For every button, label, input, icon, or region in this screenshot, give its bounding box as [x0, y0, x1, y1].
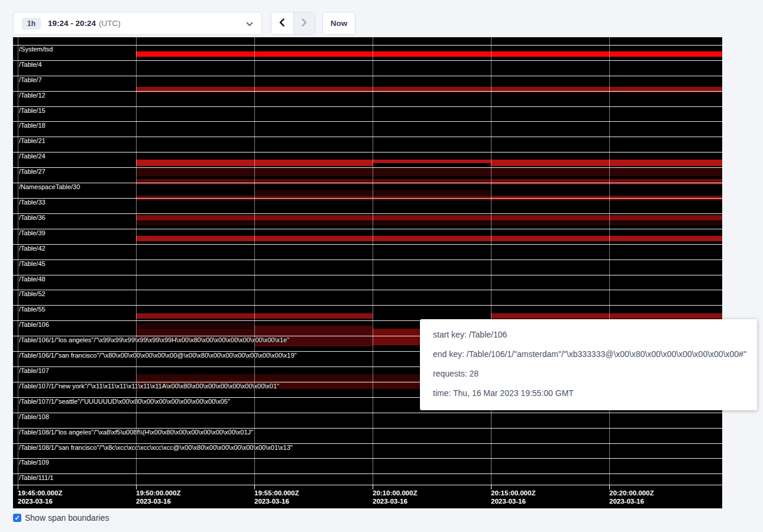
tooltip-time: time: Thu, 16 Mar 2023 19:55:00 GMT [433, 387, 757, 399]
heat-band [136, 51, 722, 57]
time-gridline [609, 37, 610, 485]
heat-band [136, 221, 722, 225]
axis-date: 2023-03-16 [373, 497, 417, 505]
span-boundary-line [13, 290, 722, 290]
time-range-text: 19:24 - 20:24 [48, 19, 96, 28]
span-boundary-line [13, 60, 722, 61]
time-gridline [491, 37, 492, 485]
heat-band [491, 160, 722, 166]
time-gridline [254, 37, 255, 485]
span-label: /Table/45 [19, 260, 46, 267]
span-label: /Table/107 [19, 367, 49, 374]
show-span-boundaries-checkbox[interactable]: ✓ [13, 514, 21, 522]
span-boundary-line [13, 473, 722, 474]
axis-time: 20:15:00.000Z [491, 489, 535, 497]
span-boundary-line [13, 213, 722, 214]
span-boundary-line [13, 106, 722, 107]
span-boundary-line [13, 183, 722, 183]
footer-options: ✓ Show span boundaries [13, 512, 109, 524]
tooltip-start-key: start key: /Table/106 [433, 329, 757, 340]
span-label: /Table/106 [19, 321, 49, 328]
axis-time: 20:10:00.000Z [373, 489, 417, 497]
time-range-badge: 1h [22, 18, 41, 30]
span-label: /Table/107/1/"seattle"/"UUUUUUD\x00\x80\… [19, 398, 230, 405]
axis-tick-label: 19:50:00.000Z2023-03-16 [136, 489, 180, 505]
span-label: /Table/18 [19, 122, 46, 129]
span-label: /Table/107/1/"new york"/"\x11\x11\x11\x1… [19, 382, 279, 390]
span-label: /Table/24 [19, 153, 46, 160]
span-boundary-line [13, 413, 722, 413]
chevron-right-icon [300, 18, 308, 29]
axis-date: 2023-03-16 [491, 497, 535, 505]
span-label: /Table/12 [19, 92, 46, 99]
heat-band [136, 167, 722, 176]
chevron-down-icon [246, 18, 253, 29]
span-boundary-line [13, 152, 722, 153]
heat-band [373, 329, 420, 345]
span-boundary-line [13, 76, 722, 76]
span-label: /Table/42 [19, 245, 46, 252]
show-span-boundaries-label: Show span boundaries [25, 513, 109, 523]
heat-band [491, 313, 722, 319]
span-label: /Table/15 [19, 107, 46, 114]
span-boundary-line [13, 485, 722, 485]
next-time-button[interactable] [293, 12, 315, 34]
span-boundary-line [13, 37, 722, 37]
time-gridline [136, 37, 137, 485]
span-boundary-line [13, 305, 722, 306]
axis-time: 19:55:00.000Z [254, 489, 299, 497]
axis-date: 2023-03-16 [136, 497, 180, 505]
span-boundary-line [13, 458, 722, 459]
span-label: /Table/27 [19, 168, 46, 175]
chevron-left-icon [278, 18, 286, 29]
span-label: /Table/33 [19, 199, 46, 206]
span-label: /Table/106/1/"san francisco"/"\x80\x00\x… [19, 352, 297, 359]
span-label: /Table/7 [19, 76, 42, 83]
time-range-zone: (UTC) [99, 19, 121, 28]
time-gridline [373, 37, 373, 485]
heat-band [373, 160, 491, 163]
axis-date: 2023-03-16 [254, 497, 299, 505]
span-boundary-line [13, 167, 722, 168]
time-nav-group [271, 12, 315, 35]
axis-time: 19:50:00.000Z [136, 489, 180, 497]
axis-tick-label: 19:55:00.000Z2023-03-16 [254, 489, 299, 505]
span-label: /Table/36 [19, 214, 46, 221]
span-boundary-line [13, 244, 722, 245]
span-label: /Table/108/1/"san francisco"/"\x8c\xcc\x… [19, 444, 293, 451]
span-boundary-line [13, 45, 722, 46]
axis-tick-label: 20:10:00.000Z2023-03-16 [373, 489, 417, 505]
heat-band [136, 236, 722, 241]
span-boundary-line [13, 198, 722, 199]
axis-tick-label: 20:15:00.000Z2023-03-16 [491, 489, 535, 505]
span-label: /Table/109 [19, 459, 49, 466]
span-label: /Table/108/1/"los angeles"/"\xa8\xf5\u00… [19, 429, 253, 436]
now-button[interactable]: Now [322, 12, 355, 35]
axis-date: 2023-03-16 [609, 497, 654, 505]
span-label: /Table/108 [19, 413, 49, 420]
span-label: /Table/21 [19, 137, 46, 144]
time-gridline [18, 37, 18, 485]
hover-tooltip: start key: /Table/106 end key: /Table/10… [420, 319, 757, 410]
axis-tick-label: 19:45:00.000Z2023-03-16 [18, 489, 62, 505]
axis-time: 20:20:00.000Z [609, 489, 654, 497]
span-boundary-line [13, 275, 722, 275]
axis-time: 19:45:00.000Z [18, 489, 62, 497]
span-label: /Table/39 [19, 229, 46, 236]
axis-date: 2023-03-16 [18, 497, 62, 505]
span-boundary-line [13, 229, 722, 229]
prev-time-button[interactable] [271, 12, 293, 34]
span-label: /NamespaceTable/30 [19, 183, 80, 190]
span-boundary-line [13, 259, 722, 260]
heat-band [491, 179, 722, 184]
key-visualizer-canvas[interactable]: /System/tsd/Table/4/Table/7/Table/12/Tab… [13, 37, 722, 508]
span-label: /System/tsd [19, 46, 53, 53]
heat-band [136, 179, 491, 184]
span-boundary-line [13, 91, 722, 92]
span-label: /Table/111/1 [19, 474, 53, 481]
key-visualizer-page: { "toolbar": { "range_badge": "1h", "ran… [0, 0, 763, 532]
time-range-selector[interactable]: 1h 19:24 - 20:24 (UTC) [13, 12, 262, 35]
span-label: /Table/55 [19, 306, 46, 313]
span-label: /Table/52 [19, 290, 46, 297]
heat-band [136, 374, 420, 380]
